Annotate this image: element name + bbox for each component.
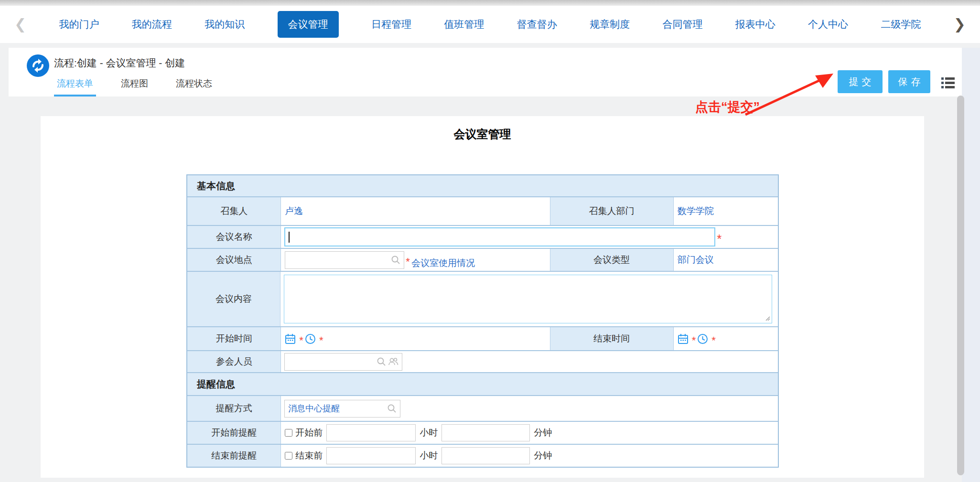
row-convener: 召集人 卢逸 召集人部门 数学学院 [187, 196, 778, 225]
section-basic-info: 基本信息 [187, 175, 778, 196]
attendees-picker-icon[interactable] [388, 357, 398, 366]
search-icon[interactable] [391, 255, 400, 265]
main-nav: ❮ 我的门户 我的流程 我的知识 会议管理 日程管理 值班管理 督查督办 规章制… [0, 6, 980, 43]
save-button[interactable]: 保存 [888, 70, 930, 93]
nav-item-meeting-active[interactable]: 会议管理 [278, 11, 339, 38]
tab-process-chart[interactable]: 流程图 [118, 77, 151, 96]
section-reminder-label: 提醒信息 [187, 373, 778, 395]
nav-item-knowledge[interactable]: 我的知识 [205, 18, 245, 31]
form-title: 会议室管理 [41, 127, 924, 142]
convener-dept-value: 数学学院 [673, 197, 778, 225]
remind-method-input[interactable] [284, 400, 400, 418]
minutes-suffix: 分钟 [534, 450, 552, 462]
required-asterisk: * [711, 338, 716, 343]
hours-suffix: 小时 [420, 427, 438, 439]
meeting-type-value: 部门会议 [673, 249, 778, 271]
nav-scroll-left-icon[interactable]: ❮ [14, 17, 26, 32]
before-end-checkbox[interactable] [285, 452, 292, 460]
nav-item-portal[interactable]: 我的门户 [59, 18, 99, 31]
meeting-content-textarea[interactable] [284, 275, 772, 323]
required-asterisk: * [299, 338, 303, 343]
remind-method-label: 提醒方式 [187, 396, 280, 421]
convener-label: 召集人 [187, 197, 280, 225]
nav-item-report[interactable]: 报表中心 [735, 18, 775, 31]
nav-item-contract[interactable]: 合同管理 [662, 18, 702, 31]
nav-scroll-right-icon[interactable]: ❯ [954, 17, 966, 32]
row-meeting-content: 会议内容 [187, 271, 778, 326]
nav-item-flows[interactable]: 我的流程 [132, 18, 172, 31]
hours-suffix: 小时 [420, 450, 438, 462]
tab-process-status[interactable]: 流程状态 [173, 77, 215, 96]
nav-item-college[interactable]: 二级学院 [881, 18, 921, 31]
convener-value: 卢逸 [280, 197, 549, 225]
list-menu-icon[interactable] [940, 75, 956, 90]
minutes-suffix: 分钟 [534, 427, 552, 439]
scrollbar-thumb[interactable] [957, 96, 964, 475]
room-usage-link[interactable]: 会议室使用情况 [411, 257, 475, 269]
section-basic-label: 基本信息 [187, 175, 778, 196]
before-end-label: 结束前提醒 [187, 445, 280, 467]
before-start-prefix: 开始前 [295, 427, 323, 439]
before-start-minutes-input[interactable] [442, 424, 530, 441]
meeting-form-table: 基本信息 召集人 卢逸 召集人部门 数学学院 会议名称 * 会议地点 [186, 174, 779, 468]
row-meeting-place: 会议地点 * 会议室使用情况 会议类型 部门会议 [187, 248, 778, 271]
row-attendees: 参会人员 [187, 350, 778, 372]
search-icon[interactable] [387, 404, 397, 413]
section-reminder-info: 提醒信息 [187, 372, 778, 395]
annotation-arrow-icon [740, 67, 838, 117]
workflow-logo-icon [27, 54, 49, 77]
process-tabs: 流程表单 流程图 流程状态 [54, 77, 237, 96]
form-panel: 会议室管理 基本信息 召集人 卢逸 召集人部门 数学学院 会议名称 * 会议地点 [41, 116, 924, 478]
meeting-content-label: 会议内容 [187, 272, 280, 326]
nav-item-schedule[interactable]: 日程管理 [371, 18, 411, 31]
end-time-label: 结束时间 [550, 327, 673, 350]
required-asterisk: * [692, 338, 696, 343]
row-meeting-name: 会议名称 * [187, 225, 778, 248]
clock-icon[interactable] [697, 333, 708, 344]
before-start-label: 开始前提醒 [187, 422, 280, 444]
row-before-start-reminder: 开始前提醒 开始前 小时 分钟 [187, 421, 778, 444]
nav-item-duty[interactable]: 值班管理 [444, 18, 484, 31]
meeting-type-label: 会议类型 [550, 249, 673, 271]
submit-button[interactable]: 提交 [838, 70, 883, 93]
calendar-icon[interactable] [678, 333, 689, 344]
nav-item-rules[interactable]: 规章制度 [590, 18, 630, 31]
before-end-hours-input[interactable] [326, 447, 416, 464]
meeting-name-label: 会议名称 [187, 226, 280, 248]
nav-item-supervise[interactable]: 督查督办 [517, 18, 557, 31]
process-title: 流程:创建 - 会议室管理 - 创建 [54, 56, 185, 70]
required-asterisk: * [319, 338, 323, 343]
before-start-checkbox[interactable] [285, 429, 292, 437]
meeting-place-input[interactable] [285, 251, 404, 269]
required-asterisk: * [406, 259, 410, 264]
meeting-name-input[interactable] [284, 227, 715, 246]
attendees-label: 参会人员 [187, 351, 280, 372]
before-end-minutes-input[interactable] [442, 447, 530, 464]
clock-icon[interactable] [305, 333, 316, 344]
scrollbar-track[interactable] [962, 48, 980, 482]
convener-dept-label: 召集人部门 [550, 197, 673, 225]
row-remind-method: 提醒方式 [187, 395, 778, 421]
before-end-prefix: 结束前 [295, 450, 323, 462]
before-start-hours-input[interactable] [326, 424, 416, 441]
required-asterisk: * [717, 236, 722, 241]
start-time-label: 开始时间 [187, 327, 280, 350]
row-times: 开始时间 * * 结束时间 * * [187, 326, 778, 350]
calendar-icon[interactable] [285, 333, 296, 344]
text-caret [289, 232, 290, 243]
tab-process-form[interactable]: 流程表单 [54, 77, 96, 96]
meeting-place-label: 会议地点 [187, 249, 280, 271]
row-before-end-reminder: 结束前提醒 结束前 小时 分钟 [187, 444, 778, 467]
search-icon[interactable] [377, 357, 386, 366]
nav-item-personal[interactable]: 个人中心 [808, 18, 848, 31]
window-top-strip [0, 0, 980, 6]
